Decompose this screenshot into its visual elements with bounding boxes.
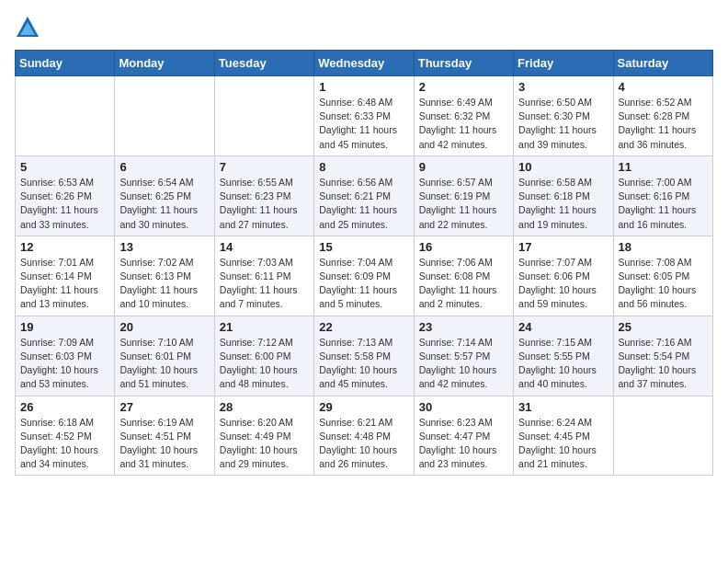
day-number: 6 bbox=[119, 160, 209, 174]
day-number: 27 bbox=[119, 400, 209, 414]
weekday-header: Monday bbox=[115, 51, 214, 76]
day-info: Sunrise: 6:52 AM Sunset: 6:28 PM Dayligh… bbox=[619, 96, 708, 152]
day-info: Sunrise: 7:09 AM Sunset: 6:03 PM Dayligh… bbox=[20, 336, 109, 392]
calendar-table: SundayMondayTuesdayWednesdayThursdayFrid… bbox=[15, 50, 713, 476]
day-info: Sunrise: 7:13 AM Sunset: 5:58 PM Dayligh… bbox=[319, 336, 408, 392]
weekday-header: Sunday bbox=[16, 51, 115, 76]
day-number: 12 bbox=[20, 240, 109, 254]
day-number: 14 bbox=[220, 240, 309, 254]
calendar-cell: 12Sunrise: 7:01 AM Sunset: 6:14 PM Dayli… bbox=[16, 236, 115, 316]
day-info: Sunrise: 7:07 AM Sunset: 6:06 PM Dayligh… bbox=[518, 256, 608, 312]
logo-icon bbox=[15, 15, 40, 40]
day-info: Sunrise: 6:18 AM Sunset: 4:52 PM Dayligh… bbox=[20, 416, 109, 472]
calendar-cell: 20Sunrise: 7:10 AM Sunset: 6:01 PM Dayli… bbox=[115, 316, 214, 396]
calendar-cell: 17Sunrise: 7:07 AM Sunset: 6:06 PM Dayli… bbox=[514, 236, 613, 316]
day-number: 31 bbox=[518, 400, 608, 414]
day-info: Sunrise: 6:21 AM Sunset: 4:48 PM Dayligh… bbox=[319, 416, 408, 472]
day-info: Sunrise: 7:10 AM Sunset: 6:01 PM Dayligh… bbox=[119, 336, 209, 392]
day-number: 21 bbox=[220, 320, 309, 334]
calendar-cell: 10Sunrise: 6:58 AM Sunset: 6:18 PM Dayli… bbox=[514, 155, 613, 236]
day-number: 26 bbox=[20, 400, 109, 414]
day-info: Sunrise: 7:01 AM Sunset: 6:14 PM Dayligh… bbox=[20, 256, 109, 312]
calendar-week-row: 26Sunrise: 6:18 AM Sunset: 4:52 PM Dayli… bbox=[16, 396, 713, 476]
calendar-cell: 18Sunrise: 7:08 AM Sunset: 6:05 PM Dayli… bbox=[613, 236, 712, 316]
day-number: 3 bbox=[518, 80, 608, 94]
day-number: 7 bbox=[220, 160, 309, 174]
day-number: 9 bbox=[419, 160, 508, 174]
calendar-cell: 1Sunrise: 6:48 AM Sunset: 6:33 PM Daylig… bbox=[314, 76, 414, 156]
weekday-header: Friday bbox=[514, 51, 613, 76]
day-info: Sunrise: 6:48 AM Sunset: 6:33 PM Dayligh… bbox=[319, 96, 408, 152]
day-number: 30 bbox=[419, 400, 508, 414]
day-info: Sunrise: 6:53 AM Sunset: 6:26 PM Dayligh… bbox=[20, 176, 109, 232]
page-header bbox=[15, 15, 713, 40]
day-info: Sunrise: 6:50 AM Sunset: 6:30 PM Dayligh… bbox=[518, 96, 608, 152]
day-number: 5 bbox=[20, 160, 109, 174]
day-info: Sunrise: 7:15 AM Sunset: 5:55 PM Dayligh… bbox=[518, 336, 608, 392]
day-number: 2 bbox=[419, 80, 508, 94]
calendar-cell bbox=[214, 76, 313, 156]
day-number: 22 bbox=[319, 320, 408, 334]
calendar-cell: 29Sunrise: 6:21 AM Sunset: 4:48 PM Dayli… bbox=[314, 396, 414, 476]
calendar-cell: 28Sunrise: 6:20 AM Sunset: 4:49 PM Dayli… bbox=[214, 396, 313, 476]
logo bbox=[15, 15, 44, 40]
day-info: Sunrise: 7:12 AM Sunset: 6:00 PM Dayligh… bbox=[220, 336, 309, 392]
calendar-week-row: 19Sunrise: 7:09 AM Sunset: 6:03 PM Dayli… bbox=[16, 316, 713, 396]
calendar-week-row: 5Sunrise: 6:53 AM Sunset: 6:26 PM Daylig… bbox=[16, 155, 713, 236]
weekday-header: Wednesday bbox=[314, 51, 414, 76]
day-number: 4 bbox=[619, 80, 708, 94]
day-info: Sunrise: 6:54 AM Sunset: 6:25 PM Dayligh… bbox=[119, 176, 209, 232]
calendar-cell bbox=[16, 76, 115, 156]
calendar-week-row: 1Sunrise: 6:48 AM Sunset: 6:33 PM Daylig… bbox=[16, 76, 713, 156]
day-info: Sunrise: 7:06 AM Sunset: 6:08 PM Dayligh… bbox=[419, 256, 508, 312]
day-number: 11 bbox=[619, 160, 708, 174]
day-number: 13 bbox=[119, 240, 209, 254]
calendar-cell: 23Sunrise: 7:14 AM Sunset: 5:57 PM Dayli… bbox=[414, 316, 513, 396]
day-number: 18 bbox=[619, 240, 708, 254]
calendar-cell: 21Sunrise: 7:12 AM Sunset: 6:00 PM Dayli… bbox=[214, 316, 313, 396]
day-number: 15 bbox=[319, 240, 408, 254]
day-number: 1 bbox=[319, 80, 408, 94]
day-info: Sunrise: 6:49 AM Sunset: 6:32 PM Dayligh… bbox=[419, 96, 508, 152]
calendar-cell: 2Sunrise: 6:49 AM Sunset: 6:32 PM Daylig… bbox=[414, 76, 513, 156]
day-number: 24 bbox=[518, 320, 608, 334]
calendar-cell: 19Sunrise: 7:09 AM Sunset: 6:03 PM Dayli… bbox=[16, 316, 115, 396]
day-info: Sunrise: 6:57 AM Sunset: 6:19 PM Dayligh… bbox=[419, 176, 508, 232]
day-info: Sunrise: 7:14 AM Sunset: 5:57 PM Dayligh… bbox=[419, 336, 508, 392]
day-info: Sunrise: 7:04 AM Sunset: 6:09 PM Dayligh… bbox=[319, 256, 408, 312]
day-number: 28 bbox=[220, 400, 309, 414]
calendar-cell: 15Sunrise: 7:04 AM Sunset: 6:09 PM Dayli… bbox=[314, 236, 414, 316]
calendar-cell: 5Sunrise: 6:53 AM Sunset: 6:26 PM Daylig… bbox=[16, 155, 115, 236]
day-info: Sunrise: 7:08 AM Sunset: 6:05 PM Dayligh… bbox=[619, 256, 708, 312]
calendar-cell: 8Sunrise: 6:56 AM Sunset: 6:21 PM Daylig… bbox=[314, 155, 414, 236]
day-number: 16 bbox=[419, 240, 508, 254]
day-info: Sunrise: 7:16 AM Sunset: 5:54 PM Dayligh… bbox=[619, 336, 708, 392]
calendar-cell: 16Sunrise: 7:06 AM Sunset: 6:08 PM Dayli… bbox=[414, 236, 513, 316]
calendar-cell: 7Sunrise: 6:55 AM Sunset: 6:23 PM Daylig… bbox=[214, 155, 313, 236]
calendar-cell: 6Sunrise: 6:54 AM Sunset: 6:25 PM Daylig… bbox=[115, 155, 214, 236]
day-number: 19 bbox=[20, 320, 109, 334]
day-number: 29 bbox=[319, 400, 408, 414]
day-info: Sunrise: 6:19 AM Sunset: 4:51 PM Dayligh… bbox=[119, 416, 209, 472]
weekday-header: Thursday bbox=[414, 51, 513, 76]
day-number: 8 bbox=[319, 160, 408, 174]
calendar-cell: 26Sunrise: 6:18 AM Sunset: 4:52 PM Dayli… bbox=[16, 396, 115, 476]
calendar-cell bbox=[115, 76, 214, 156]
weekday-header-row: SundayMondayTuesdayWednesdayThursdayFrid… bbox=[16, 51, 713, 76]
day-info: Sunrise: 7:00 AM Sunset: 6:16 PM Dayligh… bbox=[619, 176, 708, 232]
day-info: Sunrise: 6:56 AM Sunset: 6:21 PM Dayligh… bbox=[319, 176, 408, 232]
weekday-header: Tuesday bbox=[214, 51, 313, 76]
day-info: Sunrise: 6:24 AM Sunset: 4:45 PM Dayligh… bbox=[518, 416, 608, 472]
calendar-cell: 22Sunrise: 7:13 AM Sunset: 5:58 PM Dayli… bbox=[314, 316, 414, 396]
calendar-cell: 3Sunrise: 6:50 AM Sunset: 6:30 PM Daylig… bbox=[514, 76, 613, 156]
calendar-cell: 4Sunrise: 6:52 AM Sunset: 6:28 PM Daylig… bbox=[613, 76, 712, 156]
day-info: Sunrise: 7:02 AM Sunset: 6:13 PM Dayligh… bbox=[119, 256, 209, 312]
calendar-cell: 27Sunrise: 6:19 AM Sunset: 4:51 PM Dayli… bbox=[115, 396, 214, 476]
calendar-cell: 9Sunrise: 6:57 AM Sunset: 6:19 PM Daylig… bbox=[414, 155, 513, 236]
day-number: 10 bbox=[518, 160, 608, 174]
calendar-cell: 31Sunrise: 6:24 AM Sunset: 4:45 PM Dayli… bbox=[514, 396, 613, 476]
weekday-header: Saturday bbox=[613, 51, 712, 76]
calendar-cell: 11Sunrise: 7:00 AM Sunset: 6:16 PM Dayli… bbox=[613, 155, 712, 236]
day-number: 23 bbox=[419, 320, 508, 334]
calendar-cell: 30Sunrise: 6:23 AM Sunset: 4:47 PM Dayli… bbox=[414, 396, 513, 476]
